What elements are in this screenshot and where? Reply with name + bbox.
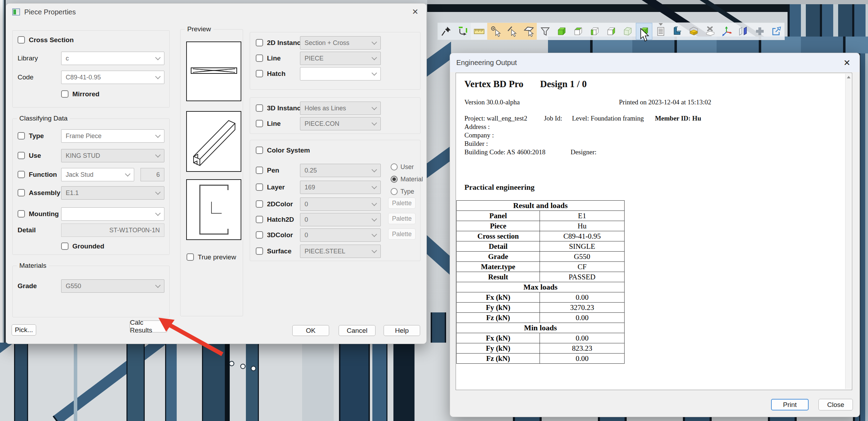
filter-icon[interactable] (537, 23, 553, 40)
bolt-hole (251, 366, 256, 371)
plus-icon[interactable] (751, 23, 768, 40)
chevron-down-icon (372, 183, 377, 189)
profile-icon[interactable] (669, 23, 685, 40)
preview-3d-thumbnail[interactable] (186, 111, 241, 172)
cube-solid-icon[interactable] (553, 23, 570, 40)
grade-select[interactable]: G550 (61, 279, 164, 293)
snap-point-icon[interactable] (487, 23, 504, 40)
hatch-2d-select[interactable]: 0 (300, 213, 381, 226)
mounting-checkbox[interactable] (18, 210, 25, 218)
line-2d-select[interactable]: PIECE (300, 52, 381, 65)
chevron-down-icon (372, 200, 377, 206)
assembly-select[interactable]: E1.1 (61, 186, 164, 200)
type-checkbox[interactable] (18, 132, 25, 140)
ok-button[interactable]: OK (292, 325, 329, 336)
layer-select[interactable]: 169 (300, 181, 381, 194)
color-3d-checkbox[interactable] (256, 231, 263, 239)
preview-elevation-thumbnail[interactable] (186, 41, 241, 101)
preview-title: Preview (185, 25, 214, 33)
surface-select[interactable]: PIECE.STEEL (300, 245, 381, 258)
line-3d-checkbox[interactable] (256, 120, 263, 127)
user-radio[interactable] (391, 163, 398, 170)
instance-2d-checkbox[interactable] (256, 39, 263, 46)
color-2d-label: 2DColor (267, 200, 293, 208)
print-button[interactable]: Print (771, 399, 809, 410)
pin-icon[interactable] (438, 23, 454, 40)
snap-line-icon[interactable] (504, 23, 520, 40)
cancel-button[interactable]: Cancel (339, 325, 376, 336)
c-section-drawing (189, 182, 239, 237)
use-select[interactable]: KING STUD (61, 149, 164, 162)
line-2d-checkbox[interactable] (256, 54, 263, 62)
function-checkbox[interactable] (18, 171, 25, 178)
cube-left-face-icon[interactable] (586, 23, 603, 40)
surface-checkbox[interactable] (256, 247, 263, 255)
hatch-checkbox[interactable] (256, 70, 263, 77)
library-select[interactable]: c (61, 52, 164, 65)
color-3d-select[interactable]: 0 (300, 228, 381, 242)
snap-plane-icon[interactable] (520, 23, 537, 40)
table-row: ResultPASSED (457, 272, 625, 282)
materials-title: Materials (17, 262, 49, 270)
close-icon[interactable]: ✕ (409, 6, 422, 18)
piece-properties-titlebar[interactable]: Piece Properties (6, 4, 426, 20)
panels-icon[interactable] (735, 23, 751, 40)
type-select[interactable]: Frame Piece (61, 129, 164, 143)
pick-button[interactable]: Pick... (12, 324, 36, 336)
hatch-2d-palette-button[interactable]: Palette (388, 213, 416, 224)
close-button[interactable]: Close (818, 399, 853, 410)
preview-section-thumbnail[interactable] (186, 179, 241, 240)
result-loads-table: Result and loads PanelE1 PieceHu Cross s… (456, 200, 625, 364)
function-select[interactable]: Jack Stud (61, 168, 134, 181)
material-radio[interactable] (391, 176, 398, 183)
function-count-field[interactable]: 6 (141, 168, 164, 181)
close-icon[interactable]: ✕ (841, 57, 853, 69)
export-icon[interactable] (768, 23, 784, 40)
mounting-label: Mounting (29, 210, 59, 218)
cube-right-face-icon[interactable] (603, 23, 619, 40)
help-button[interactable]: Help (384, 325, 420, 336)
rotate-measure-icon[interactable] (454, 23, 471, 40)
color-2d-palette-button[interactable]: Palette (388, 197, 416, 209)
instance-3d-select[interactable]: Holes as Lines (300, 102, 381, 115)
table-row: PanelE1 (457, 211, 625, 221)
chevron-down-icon (372, 167, 377, 172)
line-3d-select[interactable]: PIECE.CON (300, 117, 381, 130)
true-preview-checkbox[interactable] (187, 253, 194, 261)
ruler-icon[interactable] (471, 23, 487, 40)
cross-section-checkbox[interactable] (18, 36, 25, 44)
color-2d-checkbox[interactable] (256, 200, 263, 208)
layer-checkbox[interactable] (256, 183, 263, 191)
code-select[interactable]: C89-41-0.95 (61, 71, 164, 84)
pen-select[interactable]: 0.25 (300, 164, 381, 177)
report-member-id: Member ID: Hu (655, 115, 701, 122)
color-system-checkbox[interactable] (256, 147, 263, 154)
use-label: Use (29, 152, 41, 160)
use-checkbox[interactable] (18, 152, 25, 159)
instance-2d-select[interactable]: Section + Cross (300, 36, 381, 50)
hatch-select[interactable] (300, 67, 381, 80)
engineering-output-titlebar[interactable]: Engineering Output (450, 53, 860, 72)
instance-3d-checkbox[interactable] (256, 104, 263, 112)
hatch-2d-checkbox[interactable] (256, 216, 263, 223)
type-radio[interactable] (391, 188, 398, 195)
delete-box-icon[interactable] (702, 23, 718, 40)
pen-checkbox[interactable] (256, 167, 263, 174)
assembly-checkbox[interactable] (18, 189, 25, 196)
report-scrollbar[interactable] (845, 74, 851, 389)
axes-icon[interactable] (718, 23, 735, 40)
material-box-icon[interactable] (685, 23, 702, 40)
box-solid-icon[interactable] (619, 23, 636, 40)
cube-top-face-icon[interactable] (570, 23, 586, 40)
chevron-down-icon (372, 54, 377, 60)
report-level: Level: Foundation framing (572, 115, 644, 122)
mirrored-checkbox[interactable] (61, 90, 68, 98)
grounded-checkbox[interactable] (61, 242, 68, 250)
mounting-select[interactable] (61, 207, 164, 221)
type-radio-label: Type (400, 188, 414, 195)
mirrored-label: Mirrored (72, 90, 99, 98)
list-icon[interactable] (652, 23, 669, 40)
color-3d-palette-button[interactable]: Palette (388, 228, 416, 240)
code-label: Code (18, 73, 33, 81)
color-2d-select[interactable]: 0 (300, 197, 381, 211)
